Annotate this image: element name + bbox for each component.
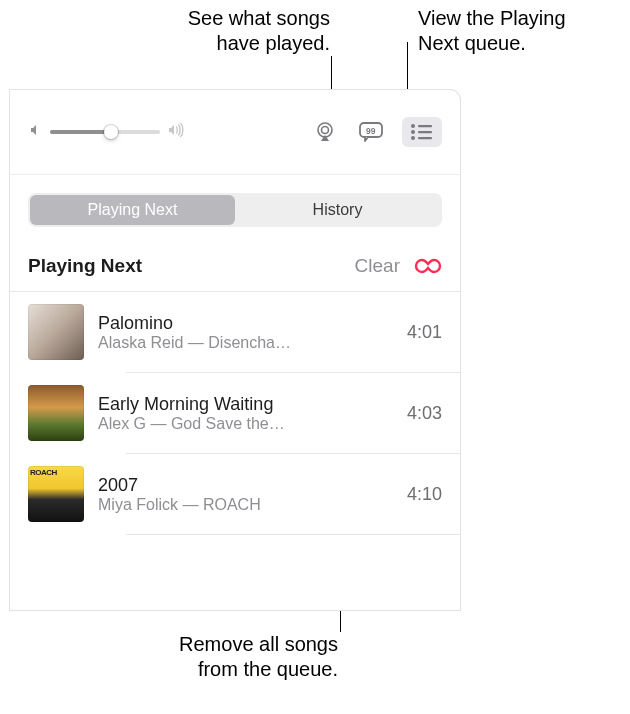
svg-rect-7 xyxy=(418,131,432,133)
lyrics-icon[interactable]: 99 xyxy=(356,117,386,147)
volume-slider[interactable] xyxy=(50,130,160,134)
track-row[interactable]: Early Morning Waiting Alex G — God Save … xyxy=(10,373,460,453)
section-actions: Clear xyxy=(355,255,442,277)
svg-point-8 xyxy=(411,136,415,140)
svg-rect-5 xyxy=(418,125,432,127)
track-duration: 4:01 xyxy=(407,322,442,343)
album-art xyxy=(28,304,84,360)
svg-rect-9 xyxy=(418,137,432,139)
svg-point-6 xyxy=(411,130,415,134)
track-subtitle: Alex G — God Save the… xyxy=(98,415,393,433)
svg-point-0 xyxy=(318,123,332,137)
track-meta: Early Morning Waiting Alex G — God Save … xyxy=(98,394,393,433)
section-title: Playing Next xyxy=(28,255,142,277)
callout-history: See what songs have played. xyxy=(115,6,330,56)
track-row[interactable]: 2007 Miya Folick — ROACH 4:10 xyxy=(10,454,460,534)
svg-point-4 xyxy=(411,124,415,128)
track-title: 2007 xyxy=(98,475,393,496)
svg-text:99: 99 xyxy=(366,126,376,136)
track-row[interactable]: Palomino Alaska Reid — Disencha… 4:01 xyxy=(10,292,460,372)
tab-label: History xyxy=(313,201,363,219)
callout-clear: Remove all songs from the queue. xyxy=(98,632,338,682)
segmented-control: Playing Next History xyxy=(28,193,442,227)
clear-button[interactable]: Clear xyxy=(355,255,400,277)
track-duration: 4:03 xyxy=(407,403,442,424)
toolbar: 99 xyxy=(10,90,460,175)
track-title: Palomino xyxy=(98,313,393,334)
svg-point-1 xyxy=(322,127,329,134)
volume-low-icon xyxy=(28,122,44,142)
album-art xyxy=(28,385,84,441)
track-duration: 4:10 xyxy=(407,484,442,505)
volume-control[interactable] xyxy=(28,122,186,142)
queue-icon[interactable] xyxy=(402,117,442,147)
tab-history[interactable]: History xyxy=(235,195,440,225)
toolbar-actions: 99 xyxy=(310,117,442,147)
callout-queue-button: View the Playing Next queue. xyxy=(418,6,628,56)
track-title: Early Morning Waiting xyxy=(98,394,393,415)
track-meta: 2007 Miya Folick — ROACH xyxy=(98,475,393,514)
track-meta: Palomino Alaska Reid — Disencha… xyxy=(98,313,393,352)
track-subtitle: Miya Folick — ROACH xyxy=(98,496,393,514)
autoplay-button[interactable] xyxy=(414,256,442,276)
playing-next-panel: 99 Playing Next History Playing xyxy=(10,90,460,610)
section-header: Playing Next Clear xyxy=(10,227,460,292)
divider xyxy=(126,534,460,535)
tab-label: Playing Next xyxy=(88,201,178,219)
callout-line xyxy=(407,42,408,90)
volume-high-icon xyxy=(166,122,186,142)
tab-playing-next[interactable]: Playing Next xyxy=(30,195,235,225)
track-subtitle: Alaska Reid — Disencha… xyxy=(98,334,393,352)
volume-thumb[interactable] xyxy=(104,125,118,139)
airplay-icon[interactable] xyxy=(310,117,340,147)
album-art xyxy=(28,466,84,522)
track-list: Palomino Alaska Reid — Disencha… 4:01 Ea… xyxy=(10,292,460,535)
